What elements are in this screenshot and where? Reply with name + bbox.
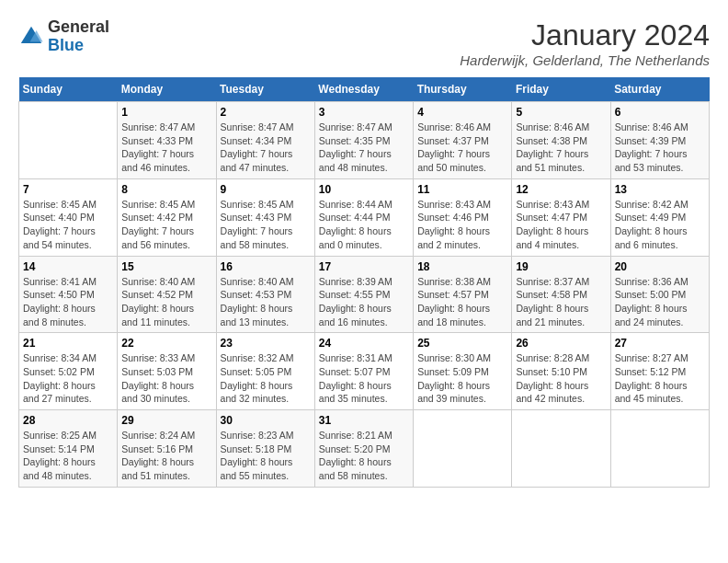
day-info: Sunrise: 8:31 AMSunset: 5:07 PMDaylight:… <box>319 351 409 406</box>
day-info: Sunrise: 8:25 AMSunset: 5:14 PMDaylight:… <box>23 429 113 483</box>
calendar-cell: 9 Sunrise: 8:45 AMSunset: 4:43 PMDayligh… <box>216 178 314 256</box>
calendar-cell: 16 Sunrise: 8:40 AMSunset: 4:53 PMDaylig… <box>216 256 314 333</box>
day-number: 28 <box>23 414 113 427</box>
calendar-cell: 14 Sunrise: 8:41 AMSunset: 4:50 PMDaylig… <box>19 256 118 333</box>
calendar-cell: 21 Sunrise: 8:34 AMSunset: 5:02 PMDaylig… <box>19 333 118 410</box>
calendar-cell: 23 Sunrise: 8:32 AMSunset: 5:05 PMDaylig… <box>216 333 314 410</box>
day-number: 22 <box>121 337 211 350</box>
day-number: 19 <box>516 260 606 273</box>
calendar-cell: 28 Sunrise: 8:25 AMSunset: 5:14 PMDaylig… <box>19 410 118 488</box>
calendar-cell: 11 Sunrise: 8:43 AMSunset: 4:46 PMDaylig… <box>414 178 512 256</box>
day-number: 26 <box>516 337 606 350</box>
day-number: 16 <box>221 260 311 273</box>
header-friday: Friday <box>512 77 610 102</box>
day-info: Sunrise: 8:47 AMSunset: 4:33 PMDaylight:… <box>121 121 211 175</box>
header-wednesday: Wednesday <box>314 77 413 102</box>
day-info: Sunrise: 8:23 AMSunset: 5:18 PMDaylight:… <box>221 429 311 483</box>
header-saturday: Saturday <box>610 77 709 102</box>
header-tuesday: Tuesday <box>216 77 314 102</box>
calendar-cell: 22 Sunrise: 8:33 AMSunset: 5:03 PMDaylig… <box>118 333 216 410</box>
day-info: Sunrise: 8:41 AMSunset: 4:50 PMDaylight:… <box>23 275 113 329</box>
day-number: 23 <box>221 337 311 350</box>
calendar-cell: 13 Sunrise: 8:42 AMSunset: 4:49 PMDaylig… <box>610 178 709 256</box>
header-monday: Monday <box>118 77 216 102</box>
month-title: January 2024 <box>460 18 710 52</box>
calendar-cell: 29 Sunrise: 8:24 AMSunset: 5:16 PMDaylig… <box>118 410 216 488</box>
day-info: Sunrise: 8:32 AMSunset: 5:05 PMDaylight:… <box>221 351 311 406</box>
day-info: Sunrise: 8:36 AMSunset: 5:00 PMDaylight:… <box>615 275 705 329</box>
calendar-cell <box>610 410 709 488</box>
day-number: 11 <box>417 183 507 196</box>
day-info: Sunrise: 8:38 AMSunset: 4:57 PMDaylight:… <box>417 275 507 329</box>
day-number: 5 <box>516 106 606 119</box>
calendar-cell <box>19 102 118 179</box>
day-info: Sunrise: 8:46 AMSunset: 4:37 PMDaylight:… <box>417 121 507 175</box>
calendar-cell: 12 Sunrise: 8:43 AMSunset: 4:47 PMDaylig… <box>512 178 610 256</box>
logo-blue: Blue <box>48 36 84 54</box>
day-info: Sunrise: 8:30 AMSunset: 5:09 PMDaylight:… <box>417 351 507 406</box>
day-info: Sunrise: 8:28 AMSunset: 5:10 PMDaylight:… <box>516 351 606 406</box>
calendar-table: SundayMondayTuesdayWednesdayThursdayFrid… <box>18 77 710 488</box>
day-number: 6 <box>615 106 705 119</box>
day-number: 20 <box>615 260 705 273</box>
calendar-cell: 30 Sunrise: 8:23 AMSunset: 5:18 PMDaylig… <box>216 410 314 488</box>
day-info: Sunrise: 8:21 AMSunset: 5:20 PMDaylight:… <box>319 429 409 483</box>
day-number: 10 <box>319 183 409 196</box>
calendar-cell: 26 Sunrise: 8:28 AMSunset: 5:10 PMDaylig… <box>512 333 610 410</box>
logo-general: General <box>48 17 109 36</box>
day-number: 4 <box>417 106 507 119</box>
title-section: January 2024 Harderwijk, Gelderland, The… <box>460 18 710 68</box>
calendar-cell: 6 Sunrise: 8:46 AMSunset: 4:39 PMDayligh… <box>610 102 709 179</box>
page-header: General Blue January 2024 Harderwijk, Ge… <box>18 18 710 68</box>
day-info: Sunrise: 8:47 AMSunset: 4:34 PMDaylight:… <box>221 121 311 175</box>
day-number: 8 <box>121 183 211 196</box>
day-number: 30 <box>221 414 311 427</box>
calendar-cell: 2 Sunrise: 8:47 AMSunset: 4:34 PMDayligh… <box>216 102 314 179</box>
day-info: Sunrise: 8:39 AMSunset: 4:55 PMDaylight:… <box>319 275 409 329</box>
day-info: Sunrise: 8:45 AMSunset: 4:42 PMDaylight:… <box>121 198 211 252</box>
day-number: 7 <box>23 183 113 196</box>
calendar-cell <box>512 410 610 488</box>
day-number: 15 <box>121 260 211 273</box>
day-info: Sunrise: 8:44 AMSunset: 4:44 PMDaylight:… <box>319 198 409 252</box>
calendar-week-row: 1 Sunrise: 8:47 AMSunset: 4:33 PMDayligh… <box>19 102 710 179</box>
logo-text: General Blue <box>48 18 109 55</box>
calendar-cell: 15 Sunrise: 8:40 AMSunset: 4:52 PMDaylig… <box>118 256 216 333</box>
calendar-cell <box>414 410 512 488</box>
calendar-cell: 10 Sunrise: 8:44 AMSunset: 4:44 PMDaylig… <box>314 178 413 256</box>
day-info: Sunrise: 8:47 AMSunset: 4:35 PMDaylight:… <box>319 121 409 175</box>
day-info: Sunrise: 8:24 AMSunset: 5:16 PMDaylight:… <box>121 429 211 483</box>
day-info: Sunrise: 8:40 AMSunset: 4:52 PMDaylight:… <box>121 275 211 329</box>
day-number: 24 <box>319 337 409 350</box>
day-number: 12 <box>516 183 606 196</box>
calendar-cell: 17 Sunrise: 8:39 AMSunset: 4:55 PMDaylig… <box>314 256 413 333</box>
day-number: 9 <box>221 183 311 196</box>
calendar-header-row: SundayMondayTuesdayWednesdayThursdayFrid… <box>19 77 710 102</box>
calendar-cell: 1 Sunrise: 8:47 AMSunset: 4:33 PMDayligh… <box>118 102 216 179</box>
day-info: Sunrise: 8:40 AMSunset: 4:53 PMDaylight:… <box>221 275 311 329</box>
calendar-cell: 7 Sunrise: 8:45 AMSunset: 4:40 PMDayligh… <box>19 178 118 256</box>
day-number: 27 <box>615 337 705 350</box>
day-info: Sunrise: 8:46 AMSunset: 4:38 PMDaylight:… <box>516 121 606 175</box>
calendar-cell: 4 Sunrise: 8:46 AMSunset: 4:37 PMDayligh… <box>414 102 512 179</box>
day-number: 21 <box>23 337 113 350</box>
day-number: 3 <box>319 106 409 119</box>
calendar-cell: 3 Sunrise: 8:47 AMSunset: 4:35 PMDayligh… <box>314 102 413 179</box>
day-info: Sunrise: 8:43 AMSunset: 4:46 PMDaylight:… <box>417 198 507 252</box>
logo: General Blue <box>18 18 109 55</box>
day-info: Sunrise: 8:46 AMSunset: 4:39 PMDaylight:… <box>615 121 705 175</box>
day-info: Sunrise: 8:45 AMSunset: 4:43 PMDaylight:… <box>221 198 311 252</box>
calendar-week-row: 14 Sunrise: 8:41 AMSunset: 4:50 PMDaylig… <box>19 256 710 333</box>
calendar-cell: 18 Sunrise: 8:38 AMSunset: 4:57 PMDaylig… <box>414 256 512 333</box>
day-number: 1 <box>121 106 211 119</box>
logo-icon <box>18 24 44 50</box>
calendar-cell: 8 Sunrise: 8:45 AMSunset: 4:42 PMDayligh… <box>118 178 216 256</box>
day-info: Sunrise: 8:42 AMSunset: 4:49 PMDaylight:… <box>615 198 705 252</box>
header-thursday: Thursday <box>414 77 512 102</box>
day-number: 13 <box>615 183 705 196</box>
calendar-week-row: 7 Sunrise: 8:45 AMSunset: 4:40 PMDayligh… <box>19 178 710 256</box>
calendar-cell: 25 Sunrise: 8:30 AMSunset: 5:09 PMDaylig… <box>414 333 512 410</box>
calendar-cell: 19 Sunrise: 8:37 AMSunset: 4:58 PMDaylig… <box>512 256 610 333</box>
calendar-cell: 27 Sunrise: 8:27 AMSunset: 5:12 PMDaylig… <box>610 333 709 410</box>
day-info: Sunrise: 8:34 AMSunset: 5:02 PMDaylight:… <box>23 351 113 406</box>
